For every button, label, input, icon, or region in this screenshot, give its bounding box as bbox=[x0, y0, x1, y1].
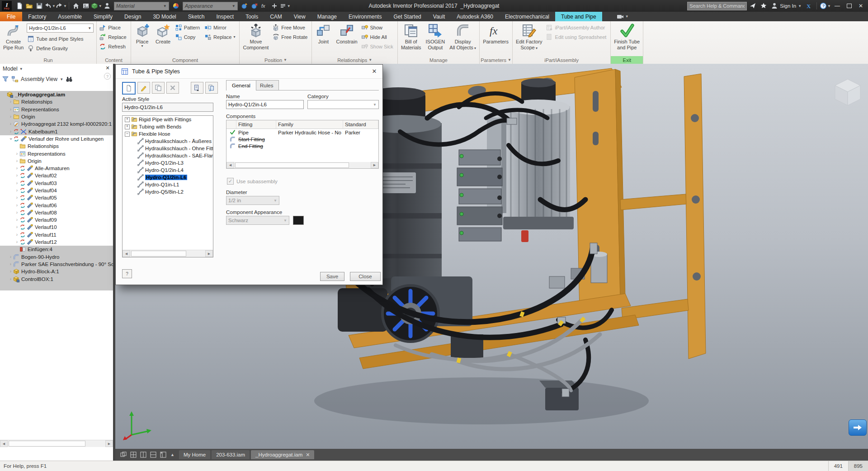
dock-panel-button[interactable] bbox=[159, 451, 168, 459]
customize-button[interactable]: ▼ bbox=[279, 1, 291, 11]
expand-icon[interactable]: › bbox=[8, 100, 13, 104]
ribbon-tab-vault[interactable]: Vault bbox=[427, 12, 451, 21]
ribbon-tab-assemble[interactable]: Assemble bbox=[52, 12, 88, 21]
style-tree-scrollbar[interactable]: ◀ ▶ bbox=[123, 250, 213, 257]
ribbon-tab-simplify[interactable]: Simplify bbox=[88, 12, 118, 21]
place-button[interactable]: Place bbox=[98, 23, 129, 32]
switch-doc-button[interactable] bbox=[119, 451, 128, 459]
ribbon-tab-view[interactable]: View bbox=[288, 12, 311, 21]
ribbon-tab-3d-model[interactable]: 3D Model bbox=[147, 12, 182, 21]
ribbon-tab-tools[interactable]: Tools bbox=[240, 12, 264, 21]
ribbon-tab-autodesk-a360[interactable]: Autodesk A360 bbox=[451, 12, 499, 21]
sign-in-button[interactable]: Sign In ▼ bbox=[769, 2, 803, 10]
material-cube-button[interactable]: ▼ bbox=[91, 1, 102, 11]
document-tab-203-633-iam[interactable]: 203-633.iam bbox=[212, 450, 250, 459]
ribbon-tab-inspect[interactable]: Inspect bbox=[210, 12, 240, 21]
ribbon-tab-environments[interactable]: Environments bbox=[343, 12, 387, 21]
open-button[interactable] bbox=[24, 1, 34, 11]
tab-general[interactable]: General bbox=[226, 80, 256, 90]
save-button[interactable]: Save bbox=[320, 272, 344, 281]
ribbon-tab-tube-and-pipe[interactable]: Tube and Pipe bbox=[555, 12, 602, 21]
style-item-hydro-q1-2in-l4[interactable]: Hydro-Q1/2in-L4 bbox=[123, 167, 213, 174]
delete-style-button[interactable] bbox=[166, 82, 179, 94]
expand-dock-icon[interactable]: ▲ bbox=[170, 452, 175, 457]
expand-icon[interactable]: › bbox=[8, 255, 13, 259]
category-dropdown[interactable]: ▼ bbox=[307, 100, 379, 109]
panel-close-icon[interactable]: ✕ bbox=[104, 65, 111, 71]
finish-tube-and-pipe-button[interactable]: Finish Tubeand Pipe bbox=[612, 22, 642, 55]
show-button[interactable]: Show bbox=[360, 23, 396, 32]
favorites-button[interactable] bbox=[759, 1, 769, 11]
search-input[interactable] bbox=[687, 2, 747, 10]
help-button[interactable]: ?▼ bbox=[820, 1, 831, 11]
expand-icon[interactable]: › bbox=[14, 210, 19, 215]
tree-item-relationships[interactable]: Relationships bbox=[0, 143, 113, 150]
tree-item-verlauf02[interactable]: ›Verlauf02 bbox=[0, 172, 113, 179]
tree-item-alle-armaturen[interactable]: ›Alle-Armaturen bbox=[0, 165, 113, 172]
new-style-button[interactable] bbox=[122, 82, 136, 95]
style-item-hydraulikschlauch-u-eres-gerad[interactable]: Hydraulikschlauch - Äußeres gerad bbox=[123, 138, 213, 145]
maximize-button[interactable] bbox=[844, 1, 854, 10]
ribbon-group-label-position[interactable]: Position▼ bbox=[241, 56, 311, 64]
tree-item-verlauf04[interactable]: ›Verlauf04 bbox=[0, 187, 113, 194]
edit-factory-scope-button[interactable]: Edit FactoryScope ▾ bbox=[514, 22, 545, 55]
style-item-hydro-q1in-l1[interactable]: Hydro-Q1in-L1 bbox=[123, 181, 213, 188]
display-all-objects-button[interactable]: DisplayAll Objects ▾ bbox=[447, 22, 478, 55]
style-item-hydraulikschlauch-sae-flansch-v[interactable]: Hydraulikschlauch - SAE-Flansch-V bbox=[123, 152, 213, 159]
active-style-combo[interactable]: Hydro-Q1/2in-L6▼ bbox=[27, 24, 94, 33]
scrollbar-thumb[interactable] bbox=[131, 251, 186, 257]
tree-item-verlauf08[interactable]: ›Verlauf08 bbox=[0, 209, 113, 216]
ribbon-group-label-relationships[interactable]: Relationships▼ bbox=[313, 56, 396, 64]
color-wheel-icon-button[interactable] bbox=[171, 1, 181, 11]
place-button[interactable]: Place▾ bbox=[132, 22, 153, 55]
create-button[interactable]: Create bbox=[153, 22, 174, 55]
style-item-hydro-q1-2in-l6[interactable]: Hydro-Q1/2in-L6 bbox=[123, 174, 213, 181]
ribbon-tab-manage[interactable]: Manage bbox=[311, 12, 343, 21]
scrollbar-thumb[interactable] bbox=[235, 162, 349, 168]
column-header-standard[interactable]: Standard bbox=[343, 120, 378, 128]
binoculars-icon[interactable] bbox=[66, 76, 73, 83]
material-dropdown[interactable]: Material ▼ bbox=[114, 2, 169, 10]
new-doc-button[interactable] bbox=[14, 1, 24, 11]
expand-icon[interactable]: › bbox=[14, 240, 19, 244]
active-style-input[interactable] bbox=[122, 103, 213, 112]
component-row-pipe[interactable]: PipeParker Hydraulic Hose - No SkivParke… bbox=[226, 129, 378, 136]
tree-item-representations[interactable]: ›Representations bbox=[0, 150, 113, 157]
define-gravity-button[interactable]: Define Gravity bbox=[26, 43, 95, 53]
bill-of-materials-button[interactable]: Bill ofMaterials bbox=[399, 22, 424, 55]
hide-all-button[interactable]: Hide All bbox=[360, 32, 396, 42]
scroll-right-icon[interactable]: ▶ bbox=[105, 440, 113, 447]
parameters-button[interactable]: fxParameters bbox=[481, 22, 511, 55]
replace-button[interactable]: Replace▾ bbox=[203, 32, 238, 42]
sphere-x-button[interactable] bbox=[250, 1, 259, 11]
dialog-title-bar[interactable]: Tube & Pipe Styles bbox=[116, 65, 382, 79]
expand-icon[interactable]: › bbox=[14, 218, 19, 222]
view-mode-selector[interactable]: Assembly View bbox=[21, 76, 57, 82]
ribbon-tab-sketch[interactable]: Sketch bbox=[182, 12, 211, 21]
expand-icon[interactable]: › bbox=[14, 225, 19, 229]
scroll-left-icon[interactable]: ◀ bbox=[123, 250, 130, 257]
component-row-start-fitting[interactable]: Start Fitting bbox=[226, 136, 378, 143]
ribbon-tab-factory[interactable]: Factory bbox=[22, 12, 52, 21]
tree-item-controlbox-1[interactable]: ›ControlBOX:1 bbox=[0, 275, 113, 282]
tree-item-kabelbaum1[interactable]: ›Kabelbaum1 bbox=[0, 128, 113, 135]
person-button[interactable] bbox=[102, 1, 112, 11]
scroll-right-icon[interactable]: ▶ bbox=[205, 250, 213, 257]
collapse-icon[interactable]: − bbox=[125, 132, 130, 137]
browser-title[interactable]: Model▼ bbox=[3, 66, 23, 72]
ribbon-tab-design[interactable]: Design bbox=[118, 12, 147, 21]
style-item-hydro-q1-2in-l3[interactable]: Hydro-Q1/2in-L3 bbox=[123, 159, 213, 167]
tree-item-bogen-90-hydro[interactable]: ›Bogen-90-Hydro bbox=[0, 253, 113, 261]
screencast-button[interactable]: ▼ bbox=[614, 12, 632, 21]
dialog-close-icon[interactable]: ✕ bbox=[371, 68, 378, 75]
expand-icon[interactable]: › bbox=[8, 269, 13, 274]
scroll-left-icon[interactable]: ◀ bbox=[226, 162, 234, 168]
move-component-button[interactable]: MoveComponent bbox=[241, 22, 271, 55]
components-table-scrollbar[interactable]: ◀ ▶ bbox=[226, 162, 379, 169]
tree-item-verlauf06[interactable]: ›Verlauf06 bbox=[0, 201, 113, 209]
tree-item-verlauf09[interactable]: ›Verlauf09 bbox=[0, 216, 113, 224]
close-button[interactable]: ✕ bbox=[855, 1, 866, 10]
expand-icon[interactable]: › bbox=[14, 195, 19, 200]
style-item-tubing-with-bends[interactable]: +Tubing with Bends bbox=[123, 123, 213, 130]
document-tab-my-home[interactable]: My Home bbox=[179, 450, 210, 459]
